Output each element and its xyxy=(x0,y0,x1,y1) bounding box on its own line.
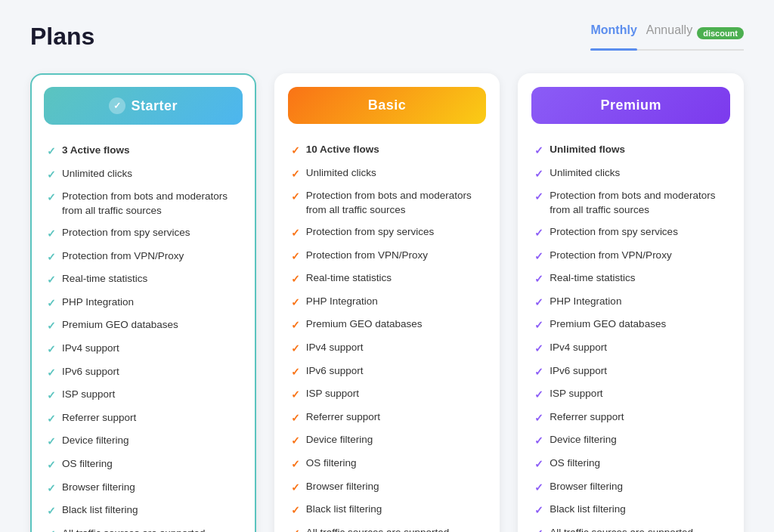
check-icon: ✓ xyxy=(534,144,543,159)
check-icon: ✓ xyxy=(47,190,56,206)
feature-text: Protection from spy services xyxy=(62,226,190,240)
check-icon: ✓ xyxy=(534,318,543,333)
plan-card-premium: Premium✓Unlimited flows✓Unlimited clicks… xyxy=(518,73,744,532)
check-icon: ✓ xyxy=(47,458,56,473)
feature-text: Referrer support xyxy=(306,410,380,425)
check-icon: ✓ xyxy=(291,481,300,496)
check-icon: ✓ xyxy=(291,226,300,241)
list-item: ✓ISP support xyxy=(47,384,240,407)
check-icon: ✓ xyxy=(47,504,56,519)
check-icon: ✓ xyxy=(291,190,300,205)
check-icon: ✓ xyxy=(291,365,300,380)
feature-text: IPv6 support xyxy=(306,364,364,379)
feature-text: Premium GEO databases xyxy=(550,317,666,332)
check-icon: ✓ xyxy=(291,272,300,287)
list-item: ✓ISP support xyxy=(534,383,727,407)
feature-text: PHP Integration xyxy=(62,295,134,310)
feature-text: Premium GEO databases xyxy=(62,318,178,332)
plans-grid: ✓Starter✓3 Active flows✓Unlimited clicks… xyxy=(30,73,744,532)
plan-card-starter: ✓Starter✓3 Active flows✓Unlimited clicks… xyxy=(30,73,256,532)
check-icon: ✓ xyxy=(47,168,56,183)
check-icon: ✓ xyxy=(47,250,56,265)
feature-text: Referrer support xyxy=(550,410,624,425)
list-item: ✓Device filtering xyxy=(534,429,727,453)
feature-text: Real-time statistics xyxy=(550,271,635,286)
list-item: ✓Unlimited clicks xyxy=(47,163,240,187)
list-item: ✓Protection from VPN/Proxy xyxy=(47,246,240,269)
list-item: ✓PHP Integration xyxy=(291,291,484,314)
check-icon: ✓ xyxy=(47,227,56,242)
features-list-premium: ✓Unlimited flows✓Unlimited clicks✓Protec… xyxy=(519,139,742,532)
check-icon: ✓ xyxy=(47,296,56,311)
check-icon: ✓ xyxy=(291,503,300,518)
feature-text: OS filtering xyxy=(62,457,113,472)
annually-toggle[interactable]: Annually xyxy=(646,23,692,43)
list-item: ✓PHP Integration xyxy=(534,291,727,314)
feature-text: Unlimited clicks xyxy=(62,167,132,181)
list-item: ✓Protection from bots and moderators fro… xyxy=(291,185,484,221)
feature-text: Black list filtering xyxy=(550,503,626,517)
feature-text: Protection from VPN/Proxy xyxy=(550,249,671,263)
check-icon: ✓ xyxy=(291,434,300,449)
check-icon: ✓ xyxy=(47,412,56,427)
list-item: ✓3 Active flows xyxy=(47,140,240,163)
feature-text: ISP support xyxy=(62,388,115,402)
feature-text: All traffic sources are supported xyxy=(62,527,206,532)
feature-text: All traffic sources are supported xyxy=(550,526,693,532)
features-list-starter: ✓3 Active flows✓Unlimited clicks✓Protect… xyxy=(32,140,255,532)
list-item: ✓All traffic sources are supported xyxy=(291,522,484,532)
list-item: ✓IPv6 support xyxy=(534,360,727,384)
check-icon: ✓ xyxy=(291,144,300,159)
list-item: ✓Browser filtering xyxy=(47,477,240,500)
list-item: ✓IPv6 support xyxy=(291,360,484,384)
check-icon: ✓ xyxy=(291,342,300,357)
check-icon: ✓ xyxy=(47,527,56,532)
list-item: ✓Black list filtering xyxy=(291,499,484,522)
feature-text: Premium GEO databases xyxy=(306,317,423,332)
list-item: ✓PHP Integration xyxy=(47,292,240,315)
feature-text: Browser filtering xyxy=(550,480,623,494)
list-item: ✓10 Active flows xyxy=(291,139,484,162)
check-icon: ✓ xyxy=(291,411,300,426)
feature-text: IPv4 support xyxy=(306,341,364,355)
check-icon: ✓ xyxy=(291,527,300,532)
feature-text: ISP support xyxy=(550,387,602,401)
check-icon: ✓ xyxy=(534,457,543,472)
feature-text: 10 Active flows xyxy=(306,143,379,157)
feature-text: All traffic sources are supported xyxy=(306,526,450,532)
feature-text: Black list filtering xyxy=(62,503,138,518)
feature-text: Protection from VPN/Proxy xyxy=(62,249,184,264)
feature-text: 3 Active flows xyxy=(62,144,130,158)
check-icon: ✓ xyxy=(534,167,543,182)
check-icon: ✓ xyxy=(534,434,543,449)
feature-text: ISP support xyxy=(306,387,359,401)
feature-text: Browser filtering xyxy=(306,480,379,494)
check-icon: ✓ xyxy=(47,366,56,381)
billing-toggle: Monthly Annually discount xyxy=(590,23,744,51)
feature-text: IPv4 support xyxy=(62,342,119,356)
feature-text: Referrer support xyxy=(62,411,136,425)
check-icon: ✓ xyxy=(534,481,543,496)
list-item: ✓Unlimited flows xyxy=(534,139,727,162)
feature-text: IPv6 support xyxy=(550,364,607,379)
page-header: Plans Monthly Annually discount xyxy=(30,23,744,51)
list-item: ✓Protection from spy services xyxy=(534,221,727,245)
feature-text: Protection from bots and moderators from… xyxy=(62,190,240,218)
feature-text: PHP Integration xyxy=(550,295,621,309)
plan-name-premium: Premium xyxy=(600,97,661,113)
list-item: ✓IPv4 support xyxy=(47,338,240,361)
check-icon: ✓ xyxy=(291,318,300,333)
check-icon: ✓ xyxy=(47,342,56,357)
list-item: ✓Referrer support xyxy=(47,407,240,431)
feature-text: Protection from spy services xyxy=(550,225,678,240)
list-item: ✓OS filtering xyxy=(291,453,484,476)
feature-text: Unlimited clicks xyxy=(306,166,376,181)
check-icon: ✓ xyxy=(534,388,543,403)
feature-text: IPv6 support xyxy=(62,365,119,379)
feature-text: Browser filtering xyxy=(62,481,135,495)
annually-wrapper: Annually discount xyxy=(646,23,744,43)
list-item: ✓Protection from bots and moderators fro… xyxy=(47,186,240,222)
check-icon: ✓ xyxy=(47,388,56,404)
monthly-toggle[interactable]: Monthly xyxy=(590,23,636,43)
list-item: ✓Real-time statistics xyxy=(47,268,240,292)
